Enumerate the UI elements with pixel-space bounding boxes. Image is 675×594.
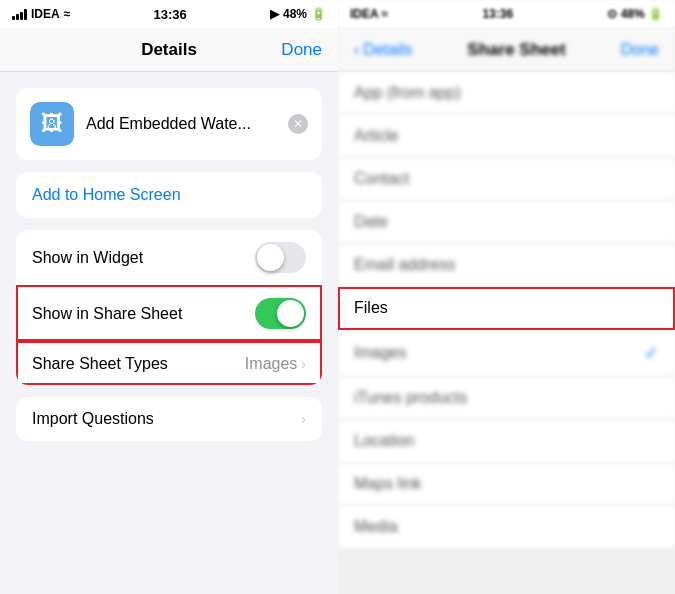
list-item-email: Email address: [338, 244, 675, 287]
share-sheet-types-text: Images: [245, 355, 297, 373]
list-item-label-itunes: iTunes products: [354, 389, 467, 407]
show-widget-label: Show in Widget: [32, 249, 143, 267]
show-share-sheet-toggle[interactable]: [255, 298, 306, 329]
right-time: 13:36: [482, 7, 513, 21]
back-label-right: Details: [363, 41, 412, 59]
list-item-label-location: Location: [354, 432, 415, 450]
add-home-screen-link[interactable]: Add to Home Screen: [32, 186, 181, 203]
import-questions-row[interactable]: Import Questions ›: [16, 397, 322, 441]
import-questions-label: Import Questions: [32, 410, 154, 428]
import-section: Import Questions ›: [16, 397, 322, 441]
checkmark-icon: ✓: [644, 342, 659, 364]
wifi-icon: ≈: [64, 7, 71, 21]
right-nav-title: Share Sheet: [467, 40, 565, 60]
list-item-label-email: Email address: [354, 256, 455, 274]
right-list: App (from app) Article Contact Date Emai…: [338, 72, 675, 594]
right-panel: IDEA ≈ 13:36 ⊙ 48% 🔋 ‹ Details Share She…: [338, 0, 675, 594]
right-nav-done: Done: [621, 41, 659, 59]
right-battery: ⊙ 48% 🔋: [607, 7, 663, 21]
right-carrier: IDEA ≈: [350, 7, 388, 21]
list-item-contact: Contact: [338, 158, 675, 201]
list-item-media: Media: [338, 506, 675, 549]
share-sheet-types-value: Images ›: [245, 355, 306, 373]
target-icon: ▶: [270, 7, 279, 21]
list-item-label-article: Article: [354, 127, 398, 145]
time-label: 13:36: [153, 7, 186, 22]
settings-section: Show in Widget Show in Share Sheet Share…: [16, 230, 322, 385]
share-sheet-types-row[interactable]: Share Sheet Types Images ›: [16, 341, 322, 385]
shortcut-name: Add Embedded Wate...: [86, 115, 276, 133]
toggle-knob: [257, 244, 284, 271]
nav-bar-left: Details Done: [0, 28, 338, 72]
show-widget-toggle[interactable]: [255, 242, 306, 273]
list-item-itunes: iTunes products: [338, 377, 675, 420]
share-sheet-types-label: Share Sheet Types: [32, 355, 168, 373]
signal-icon: [12, 8, 27, 20]
show-share-sheet-row: Show in Share Sheet: [16, 285, 322, 341]
left-panel: IDEA ≈ 13:36 ▶ 48% 🔋 Details Done 🖼 Add …: [0, 0, 338, 594]
carrier-label: IDEA: [31, 7, 60, 21]
list-item-maps: Maps link: [338, 463, 675, 506]
shortcut-close-button[interactable]: ✕: [288, 114, 308, 134]
show-widget-row: Show in Widget: [16, 230, 322, 285]
list-item-label-app: App (from app): [354, 84, 461, 102]
chevron-icon: ›: [301, 356, 306, 372]
content-area: 🖼 Add Embedded Wate... ✕ Add to Home Scr…: [0, 72, 338, 594]
battery-icon: 🔋: [311, 7, 326, 21]
list-item-location: Location: [338, 420, 675, 463]
status-right: ▶ 48% 🔋: [270, 7, 326, 21]
list-item-images: Images ✓: [338, 330, 675, 377]
show-share-sheet-label: Show in Share Sheet: [32, 305, 182, 323]
status-bar-right: IDEA ≈ 13:36 ⊙ 48% 🔋: [338, 0, 675, 28]
back-chevron-icon: ‹: [354, 41, 359, 59]
status-left: IDEA ≈: [12, 7, 70, 21]
list-item-date: Date: [338, 201, 675, 244]
home-screen-section: Add to Home Screen: [16, 172, 322, 218]
shortcut-icon-symbol: 🖼: [41, 111, 63, 137]
shortcut-icon: 🖼: [30, 102, 74, 146]
list-item-label-contact: Contact: [354, 170, 409, 188]
status-bar-left: IDEA ≈ 13:36 ▶ 48% 🔋: [0, 0, 338, 28]
done-button[interactable]: Done: [281, 40, 322, 60]
list-item-label-date: Date: [354, 213, 388, 231]
list-item-files[interactable]: Files: [338, 287, 675, 330]
import-chevron-icon: ›: [301, 411, 306, 427]
list-item-article: Article: [338, 115, 675, 158]
back-button-right: ‹ Details: [354, 41, 412, 59]
toggle-knob-2: [277, 300, 304, 327]
list-item-label-files: Files: [354, 299, 388, 317]
battery-label: 48%: [283, 7, 307, 21]
list-item-app: App (from app): [338, 72, 675, 115]
close-icon: ✕: [293, 117, 303, 131]
nav-bar-right: ‹ Details Share Sheet Done: [338, 28, 675, 72]
list-item-label-media: Media: [354, 518, 398, 536]
list-item-label-maps: Maps link: [354, 475, 422, 493]
list-item-label-images: Images: [354, 344, 406, 362]
nav-title: Details: [141, 40, 197, 60]
shortcut-card: 🖼 Add Embedded Wate... ✕: [16, 88, 322, 160]
